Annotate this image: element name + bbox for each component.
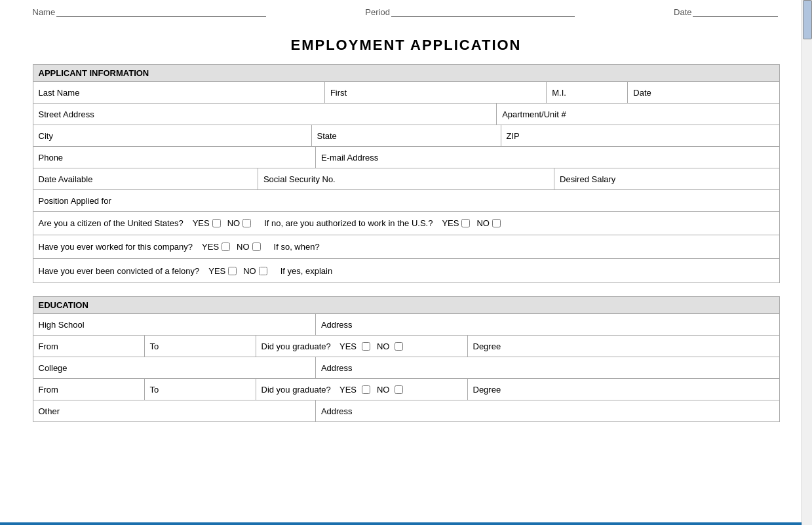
highschool-row: High School Address bbox=[33, 314, 779, 336]
authorized-yes-checkbox[interactable] bbox=[461, 219, 470, 227]
citizen-row: Are you a citizen of the United States? … bbox=[33, 212, 779, 235]
felony-row: Have you ever been convicted of a felony… bbox=[33, 259, 779, 282]
college-row: College Address bbox=[33, 357, 779, 379]
worked-question: Have you ever worked for this company? bbox=[39, 242, 193, 252]
felony-yes-label: YES bbox=[208, 266, 225, 276]
other-label: Other bbox=[33, 400, 316, 421]
scrollbar-thumb[interactable] bbox=[803, 0, 812, 39]
apartment-label: Apartment/Unit # bbox=[497, 104, 779, 125]
date-field: Date bbox=[674, 7, 779, 17]
worked-followup: If so, when? bbox=[274, 242, 320, 252]
scrollbar[interactable] bbox=[802, 0, 812, 525]
position-row: Position Applied for bbox=[33, 190, 779, 212]
worked-no-checkbox[interactable] bbox=[252, 243, 261, 251]
street-address-label: Street Address bbox=[33, 104, 497, 125]
phone-label: Phone bbox=[33, 147, 316, 168]
applicant-row-4: Phone E-mail Address bbox=[33, 147, 779, 168]
hs-to-label: To bbox=[145, 336, 256, 357]
highschool-dates-row: From To Did you graduate? YES NO Degree bbox=[33, 336, 779, 357]
last-name-label: Last Name bbox=[33, 82, 325, 103]
felony-no-checkbox[interactable] bbox=[259, 267, 267, 275]
authorized-no-checkbox[interactable] bbox=[492, 219, 501, 227]
worked-yes-checkbox[interactable] bbox=[222, 243, 230, 251]
col-grad-yes-checkbox[interactable] bbox=[362, 385, 370, 394]
citizen-no-checkbox[interactable] bbox=[242, 219, 251, 227]
college-address-label: Address bbox=[316, 357, 779, 378]
applicant-row-5: Date Available Social Security No. Desir… bbox=[33, 168, 779, 190]
hs-degree-label: Degree bbox=[468, 336, 779, 357]
page-title: EMPLOYMENT APPLICATION bbox=[33, 37, 780, 54]
other-address-label: Address bbox=[316, 400, 779, 421]
email-label: E-mail Address bbox=[316, 147, 779, 168]
zip-label: ZIP bbox=[501, 125, 779, 146]
education-section: EDUCATION High School Address From To Di… bbox=[33, 296, 780, 422]
applicant-row-1: Last Name First M.I. Date bbox=[33, 82, 779, 104]
col-from-label: From bbox=[33, 379, 145, 400]
mi-label: M.I. bbox=[547, 82, 628, 103]
period-field: Period bbox=[365, 7, 576, 17]
worked-yes-label: YES bbox=[202, 242, 219, 252]
applicant-section: APPLICANT INFORMATION Last Name First M.… bbox=[33, 64, 780, 283]
highschool-label: High School bbox=[33, 314, 316, 335]
authorized-yes-label: YES bbox=[442, 218, 459, 228]
col-grad-yes-label: YES bbox=[339, 385, 357, 395]
col-graduate-label: Did you graduate? YES NO bbox=[256, 379, 468, 400]
authorized-no-label: NO bbox=[476, 218, 490, 228]
citizen-question: Are you a citizen of the United States? bbox=[39, 218, 184, 228]
state-label: State bbox=[312, 125, 501, 146]
felony-no-label: NO bbox=[243, 266, 256, 276]
col-grad-no-label: NO bbox=[377, 385, 390, 395]
worked-row: Have you ever worked for this company? Y… bbox=[33, 235, 779, 259]
hs-grad-no-label: NO bbox=[377, 341, 390, 351]
name-label: Name bbox=[33, 7, 56, 17]
ssn-label: Social Security No. bbox=[258, 168, 554, 189]
col-degree-label: Degree bbox=[468, 379, 779, 400]
applicant-row-3: City State ZIP bbox=[33, 125, 779, 147]
desired-salary-label: Desired Salary bbox=[554, 168, 779, 189]
col-grad-no-checkbox[interactable] bbox=[395, 385, 403, 394]
hs-grad-no-checkbox[interactable] bbox=[395, 342, 403, 351]
header-line: Name Period Date bbox=[33, 7, 780, 17]
position-label: Position Applied for bbox=[33, 190, 779, 211]
college-label: College bbox=[33, 357, 316, 378]
first-name-label: First bbox=[325, 82, 547, 103]
hs-graduate-label: Did you graduate? YES NO bbox=[256, 336, 468, 357]
hs-grad-yes-checkbox[interactable] bbox=[362, 342, 370, 351]
citizen-no-label: NO bbox=[227, 218, 241, 228]
date-available-label: Date Available bbox=[33, 168, 258, 189]
applicant-row-2: Street Address Apartment/Unit # bbox=[33, 104, 779, 125]
col-to-label: To bbox=[145, 379, 256, 400]
city-label: City bbox=[33, 125, 312, 146]
college-dates-row: From To Did you graduate? YES NO Degree bbox=[33, 379, 779, 400]
hs-from-label: From bbox=[33, 336, 145, 357]
citizen-followup: If no, are you authorized to work in the… bbox=[264, 218, 433, 228]
education-section-header: EDUCATION bbox=[33, 297, 779, 314]
bottom-bar bbox=[0, 522, 802, 525]
date-label-cell: Date bbox=[628, 82, 779, 103]
name-field: Name bbox=[33, 7, 268, 17]
other-row: Other Address bbox=[33, 400, 779, 421]
highschool-address-label: Address bbox=[316, 314, 779, 335]
felony-followup: If yes, explain bbox=[280, 266, 333, 276]
felony-yes-checkbox[interactable] bbox=[228, 267, 237, 275]
felony-question: Have you ever been convicted of a felony… bbox=[39, 266, 200, 276]
worked-no-label: NO bbox=[237, 242, 250, 252]
citizen-yes-checkbox[interactable] bbox=[212, 219, 221, 227]
citizen-yes-label: YES bbox=[193, 218, 210, 228]
period-label: Period bbox=[365, 7, 390, 17]
hs-grad-yes-label: YES bbox=[339, 341, 357, 351]
applicant-section-header: APPLICANT INFORMATION bbox=[33, 65, 779, 82]
date-label: Date bbox=[674, 7, 691, 17]
